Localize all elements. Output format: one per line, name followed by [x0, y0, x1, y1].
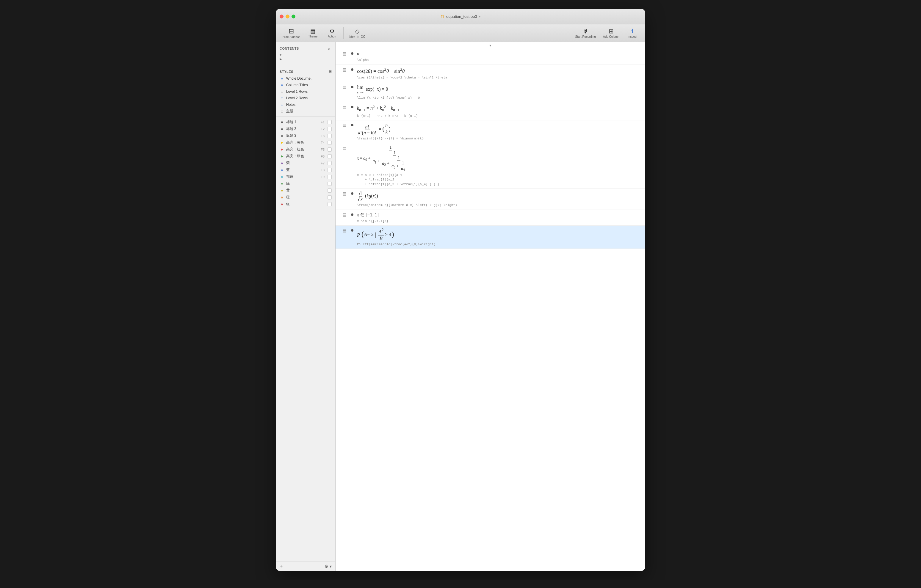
action-button[interactable]: ⚙ Action [323, 28, 341, 39]
add-style-button[interactable]: + [280, 564, 283, 569]
style-yellow[interactable]: A 黄 [276, 187, 335, 194]
styles-dropdown-icon[interactable]: ⊞ [329, 70, 332, 73]
bondi-label: 邦迪 [286, 174, 319, 179]
row-content-8: x ∈ [−1, 1] x \in \{[-1,1]\} [357, 212, 639, 224]
heading3-label: 标题 3 [286, 133, 319, 138]
style-highlight-yellow[interactable]: ▶ 高亮：黄色 F4 [276, 139, 335, 146]
highlight-red-checkbox[interactable] [327, 148, 332, 152]
theme-label: Theme [308, 35, 317, 38]
green-checkbox[interactable] [327, 182, 332, 186]
style-green[interactable]: A 绿 [276, 180, 335, 187]
purple-checkbox[interactable] [327, 161, 332, 165]
row-content-6: x = a0 + 1 a1 + 1 a2 + 1 [357, 145, 639, 187]
latex-icon: ◇ [355, 28, 360, 34]
equation-row-cfrac[interactable]: ▤ x = a0 + 1 a1 + 1 a2 + [335, 143, 645, 189]
equation-row-interval[interactable]: ▤ x ∈ [−1, 1] x \in \{[-1,1]\} [335, 210, 645, 226]
heading3-checkbox[interactable] [327, 134, 332, 138]
latex-button[interactable]: ◇ latex_in_OO [346, 27, 369, 39]
contents-header: CONTENTS ⌕ [276, 45, 335, 53]
yellow-checkbox[interactable] [327, 188, 332, 193]
styles-header: STYLES ⊞ [276, 68, 335, 75]
orange-checkbox[interactable] [327, 195, 332, 200]
bondi-shortcut: F9 [321, 175, 325, 179]
style-column-titles[interactable]: A Column Titles [276, 82, 335, 88]
heading2-label: 标题 2 [286, 126, 319, 132]
style-whole-document[interactable]: A Whole Docume... [276, 75, 335, 82]
maximize-button[interactable] [291, 15, 295, 18]
bullet-1 [351, 52, 353, 55]
font-styles-list: A 标题 1 F1 A 标题 2 F2 A 标题 3 F3 [276, 119, 335, 208]
main-layout: CONTENTS ⌕ ▶ STYLES ⊞ A Whole Docume... [276, 42, 645, 571]
heading1-icon: A [280, 120, 285, 125]
hide-sidebar-button[interactable]: ⊟ Hide Sidebar [280, 27, 303, 40]
theme-button[interactable]: ▤ Theme [304, 28, 322, 39]
equation-display-1: α [357, 50, 639, 57]
equation-row-prob[interactable]: ▤ P ( A = 2 | A2 B > 4 [335, 226, 645, 249]
bullet-2 [351, 68, 353, 71]
inspect-icon: ℹ [631, 28, 634, 34]
equation-source-8: x \in \{[-1,1]\} [357, 219, 639, 224]
style-red[interactable]: A 红 [276, 201, 335, 208]
style-highlight-red[interactable]: ▶ 高亮：红色 F5 [276, 146, 335, 153]
style-orange[interactable]: A 橙 [276, 194, 335, 201]
sidebar-gear-button[interactable]: ⚙ ▾ [325, 564, 332, 569]
highlight-green-checkbox[interactable] [327, 154, 332, 158]
style-label-theme: 主题 [286, 109, 332, 114]
inspect-button[interactable]: ℹ Inspect [623, 27, 641, 39]
sidebar-item-arrow[interactable]: ▶ [276, 57, 335, 62]
style-label-col-titles: Column Titles [286, 83, 332, 87]
titlebar: 🗒 equation_test.oo3 ▾ [276, 9, 645, 24]
style-theme[interactable]: □ 主题 [276, 108, 335, 115]
minimize-button[interactable] [286, 15, 290, 18]
content-area[interactable]: ▾ ▤ α \alpha ▤ [335, 42, 645, 571]
style-blue[interactable]: A 蓝 F8 [276, 166, 335, 173]
style-notes[interactable]: □ Notes [276, 101, 335, 108]
latex-label: latex_in_OO [349, 35, 366, 38]
equation-row-cos[interactable]: ▤ cos(2θ) = cos2θ − sin2θ \cos (2\theta)… [335, 65, 645, 82]
style-level2-rows[interactable]: □ Level 2 Rows [276, 95, 335, 101]
main-window: 🗒 equation_test.oo3 ▾ ⊟ Hide Sidebar ▤ T… [276, 9, 645, 571]
style-purple[interactable]: A 紫 F7 [276, 160, 335, 166]
style-label-notes: Notes [286, 102, 332, 107]
blue-shortcut: F8 [321, 168, 325, 172]
style-heading2[interactable]: A 标题 2 F2 [276, 125, 335, 132]
style-bondi[interactable]: A 邦迪 F9 [276, 173, 335, 180]
collapse-arrow[interactable]: ▾ [335, 42, 645, 49]
style-heading1[interactable]: A 标题 1 F1 [276, 119, 335, 125]
add-column-button[interactable]: ⊞ Add Column [600, 27, 622, 39]
style-highlight-green[interactable]: ▶ 高亮：绿色 F6 [276, 153, 335, 160]
bullet-3 [351, 86, 353, 88]
red-icon: A [280, 202, 285, 206]
equation-row-limit[interactable]: ▤ lim x→∞ exp(−x) = 0 \lim_{x \to \infty… [335, 82, 645, 102]
equation-display-5: n! k!(n − k)! = ( n k ) [357, 122, 639, 136]
heading2-checkbox[interactable] [327, 127, 332, 131]
style-level1-rows[interactable]: □ Level 1 Rows [276, 88, 335, 95]
add-column-label: Add Column [603, 35, 619, 38]
heading1-checkbox[interactable] [327, 120, 332, 124]
highlight-yellow-icon: ▶ [280, 140, 285, 145]
hide-sidebar-label: Hide Sidebar [283, 36, 300, 39]
start-recording-button[interactable]: 🎙 Start Recording [572, 27, 599, 39]
highlight-yellow-checkbox[interactable] [327, 141, 332, 145]
sidebar-item-bullet[interactable] [276, 53, 335, 57]
equation-row-binom[interactable]: ▤ n! k!(n − k)! = ( n k [335, 120, 645, 143]
red-checkbox[interactable] [327, 202, 332, 206]
microphone-icon: 🎙 [583, 28, 588, 34]
style-heading3[interactable]: A 标题 3 F3 [276, 132, 335, 139]
purple-label: 紫 [286, 161, 319, 166]
equation-source-3: \lim_{x \to \infty} \exp(-x) = 0 [357, 96, 639, 100]
bondi-checkbox[interactable] [327, 175, 332, 179]
search-button[interactable]: ⌕ [326, 46, 332, 51]
equation-row-kn[interactable]: ▤ kn+1 = n2 + kn2 − kn−1 k_{n+1} = n^2 +… [335, 102, 645, 120]
style-label-whole-doc: Whole Docume... [286, 76, 332, 81]
equation-display-2: cos(2θ) = cos2θ − sin2θ [357, 67, 639, 75]
row-doc-icon-6: ▤ [342, 146, 347, 150]
blue-checkbox[interactable] [327, 168, 332, 172]
row-content-9: P ( A = 2 | A2 B > 4 ) [357, 227, 639, 247]
equation-row-deriv[interactable]: ▤ d dx (kg(x)) \frac{\mathrm d}{\mathrm … [335, 189, 645, 210]
row-content-3: lim x→∞ exp(−x) = 0 \lim_{x \to \infty} … [357, 84, 639, 101]
style-icon-level1: □ [280, 89, 285, 94]
equation-row-alpha[interactable]: ▤ α \alpha [335, 49, 645, 65]
row-content-5: n! k!(n − k)! = ( n k ) [357, 122, 639, 141]
close-button[interactable] [280, 15, 283, 18]
